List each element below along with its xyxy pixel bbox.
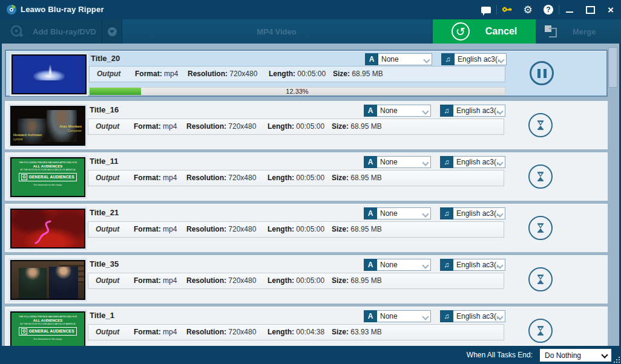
subtitle-value: None xyxy=(380,312,398,320)
statusbar: When All Tasks End: Do Nothing xyxy=(0,346,621,364)
size-field: Size: 68.95 MB xyxy=(332,119,382,134)
subtitle-select[interactable]: A None xyxy=(364,105,431,117)
subtitle-select[interactable]: A None xyxy=(364,310,431,322)
output-info: Output Format: mp4 Resolution: 720x480 L… xyxy=(89,66,505,82)
audio-select[interactable]: ♫ English ac3(.. xyxy=(440,207,505,219)
size-field: Size: 63.93 MB xyxy=(332,325,382,340)
thumbnail-rating-card-image: THE FOLLOWING PREVIEW HAS BEEN APPROVED … xyxy=(12,313,84,350)
task-title: Title_20 xyxy=(91,54,120,63)
audio-select[interactable]: ♫ English ac3(.. xyxy=(440,156,505,168)
size-field: Size: 68.95 MB xyxy=(333,67,383,82)
thumbnail-interview-image xyxy=(12,261,84,299)
after-tasks-select[interactable]: Do Nothing xyxy=(540,349,611,362)
subtitle-select[interactable]: A None xyxy=(364,207,431,219)
scrollbar[interactable] xyxy=(608,44,618,364)
subtitle-value: None xyxy=(380,209,398,218)
task-list: Alan MenkenComposer Howard AshmanLyricis… xyxy=(2,44,619,364)
audio-value: English ac3(.. xyxy=(456,158,501,166)
length-field: Length: 00:04:38 xyxy=(268,325,324,340)
output-info: Output Format: mp4 Resolution: 720x480 L… xyxy=(88,221,504,238)
output-label: Output xyxy=(96,273,119,288)
titlebar-controls: ⚙ ? × xyxy=(476,0,621,19)
format-field: Format: mp4 xyxy=(134,171,177,186)
task-row[interactable]: Alan MenkenComposer Howard AshmanLyricis… xyxy=(5,255,608,304)
task-title: Title_1 xyxy=(90,311,114,320)
thumbnail: Alan MenkenComposer Howard AshmanLyricis… xyxy=(8,207,87,250)
close-button[interactable]: × xyxy=(600,0,621,19)
register-key-icon[interactable] xyxy=(497,0,518,19)
audio-select[interactable]: ♫ English ac3(.. xyxy=(440,105,505,117)
audio-select[interactable]: ♫ English ac3(.. xyxy=(440,259,505,271)
add-bluray-dvd-button[interactable]: Add Blu-ray/DVD xyxy=(0,19,102,44)
format-field: Format: mp4 xyxy=(134,273,177,288)
minimize-button[interactable] xyxy=(559,0,580,19)
output-label: Output xyxy=(96,222,119,237)
subtitle-select[interactable]: A None xyxy=(364,156,431,168)
merge-button[interactable]: Merge xyxy=(536,19,621,44)
chevron-down-icon xyxy=(422,108,429,114)
audio-value: English ac3(.. xyxy=(456,261,501,269)
audio-value: English ac3(.. xyxy=(456,209,501,218)
settings-gear-icon[interactable]: ⚙ xyxy=(518,0,538,19)
subtitle-value: None xyxy=(380,261,398,269)
thumbnail-composers-image: Alan MenkenComposer Howard AshmanLyricis… xyxy=(12,107,84,145)
scrollbar-thumb[interactable] xyxy=(608,47,617,88)
audio-select[interactable]: ♫ English ac3(.. xyxy=(441,53,507,65)
task-row[interactable]: Alan MenkenComposer Howard AshmanLyricis… xyxy=(5,152,608,201)
format-profile-button[interactable]: MP4 Video xyxy=(122,19,431,44)
thumbnail: Alan MenkenComposer Howard AshmanLyricis… xyxy=(10,53,88,96)
resolution-field: Resolution: 720x480 xyxy=(188,67,257,82)
subtitle-icon: A xyxy=(365,53,378,65)
subtitle-value: None xyxy=(380,158,398,166)
resolution-field: Resolution: 720x480 xyxy=(186,325,256,340)
subtitle-select[interactable]: A None xyxy=(365,53,432,65)
thumbnail-flame-image xyxy=(12,210,84,247)
app-logo-icon xyxy=(6,4,17,15)
help-icon[interactable]: ? xyxy=(538,0,559,19)
audio-value: English ac3(.. xyxy=(456,106,501,115)
output-label: Output xyxy=(96,119,119,134)
task-row[interactable]: Alan MenkenComposer Howard AshmanLyricis… xyxy=(5,101,608,149)
add-dropdown-button[interactable] xyxy=(102,19,122,44)
add-button-label: Add Blu-ray/DVD xyxy=(33,27,96,36)
subtitle-icon: A xyxy=(364,207,377,219)
after-tasks-selected-option: Do Nothing xyxy=(545,351,581,360)
audio-select[interactable]: ♫ English ac3(.. xyxy=(440,310,505,322)
size-field: Size: 68.95 MB xyxy=(332,222,382,237)
chevron-down-icon xyxy=(422,313,429,320)
maximize-button[interactable] xyxy=(580,0,600,19)
resize-grip[interactable] xyxy=(614,357,620,363)
length-field: Length: 00:05:00 xyxy=(268,171,324,186)
pause-button[interactable] xyxy=(530,61,554,85)
thumbnail: Alan MenkenComposer Howard AshmanLyricis… xyxy=(8,104,87,148)
audio-value: English ac3(.. xyxy=(456,312,501,320)
format-field: Format: mp4 xyxy=(134,119,177,134)
size-field: Size: 68.95 MB xyxy=(332,273,382,288)
chevron-down-icon xyxy=(601,351,608,358)
chevron-down-icon xyxy=(422,210,429,217)
format-field: Format: mp4 xyxy=(134,222,177,237)
app-window: Leawo Blu-ray Ripper ⚙ ? × Add Blu-ray/D… xyxy=(0,0,621,364)
length-field: Length: 00:05:00 xyxy=(268,222,324,237)
resolution-field: Resolution: 720x480 xyxy=(186,273,256,288)
waiting-hourglass-icon xyxy=(528,216,553,240)
resolution-field: Resolution: 720x480 xyxy=(186,171,256,186)
thumbnail-castle-image xyxy=(13,56,85,93)
thumbnail: Alan MenkenComposer Howard AshmanLyricis… xyxy=(8,258,87,302)
subtitle-icon: A xyxy=(364,310,377,322)
output-label: Output xyxy=(96,171,119,186)
resolution-field: Resolution: 720x480 xyxy=(186,222,256,237)
task-row[interactable]: Alan MenkenComposer Howard AshmanLyricis… xyxy=(5,50,608,97)
subtitle-icon: A xyxy=(364,156,377,168)
cancel-button-label: Cancel xyxy=(485,26,517,37)
subtitle-select[interactable]: A None xyxy=(364,259,431,271)
length-field: Length: 00:05:00 xyxy=(269,67,326,82)
audio-note-icon: ♫ xyxy=(440,207,453,219)
maximize-icon xyxy=(586,6,595,14)
task-row[interactable]: Alan MenkenComposer Howard AshmanLyricis… xyxy=(5,204,608,252)
feedback-icon[interactable] xyxy=(476,0,496,19)
format-field: Format: mp4 xyxy=(135,67,178,82)
length-field: Length: 00:05:00 xyxy=(268,119,324,134)
cancel-button[interactable]: ↺ Cancel xyxy=(433,19,536,44)
task-title: Title_21 xyxy=(90,208,119,217)
